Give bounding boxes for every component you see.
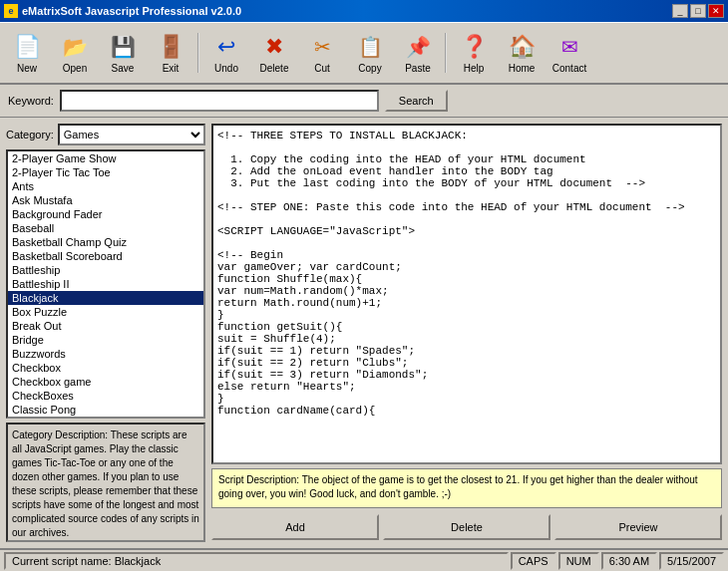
cut-button[interactable]: ✂ Cut xyxy=(299,26,345,80)
home-button[interactable]: 🏠 Home xyxy=(499,26,545,80)
copy-icon: 📋 xyxy=(356,33,384,61)
category-label: Category: xyxy=(6,129,54,141)
cut-icon: ✂ xyxy=(308,33,336,61)
title-bar-left: e eMatrixSoft Javascript Professional v2… xyxy=(4,4,241,18)
category-row: Category: GamesFormsUtilitiesNavigationE… xyxy=(6,124,205,145)
new-button[interactable]: 📄 New xyxy=(4,26,50,80)
keyword-label: Keyword: xyxy=(8,95,54,107)
right-panel: Script Description: The object of the ga… xyxy=(211,124,722,542)
exit-icon: 🚪 xyxy=(157,33,184,61)
maximize-button[interactable]: □ xyxy=(690,4,706,18)
help-icon: ❓ xyxy=(460,33,488,61)
exit-label: Exit xyxy=(163,63,180,74)
minimize-button[interactable]: _ xyxy=(672,4,688,18)
toolbar-separator-1 xyxy=(197,33,199,73)
exit-button[interactable]: 🚪 Exit xyxy=(148,26,193,80)
list-item[interactable]: Battleship II xyxy=(8,277,203,291)
new-icon: 📄 xyxy=(13,33,41,61)
content-area: Category: GamesFormsUtilitiesNavigationE… xyxy=(0,118,728,548)
help-button[interactable]: ❓ Help xyxy=(451,26,497,80)
copy-button[interactable]: 📋 Copy xyxy=(347,26,393,80)
list-item[interactable]: Checkbox xyxy=(8,361,203,375)
paste-button[interactable]: 📌 Paste xyxy=(395,26,441,80)
category-select[interactable]: GamesFormsUtilitiesNavigationEffects xyxy=(58,124,205,145)
undo-label: Undo xyxy=(214,63,238,74)
open-icon: 📂 xyxy=(61,33,89,61)
status-current-script: Current script name: Blackjack xyxy=(4,552,509,570)
delete-script-button[interactable]: Delete xyxy=(383,514,550,540)
status-time: 6:30 AM xyxy=(601,552,657,570)
list-item[interactable]: 2-Player Game Show xyxy=(8,151,203,165)
search-input[interactable] xyxy=(60,90,379,112)
action-buttons: Add Delete Preview xyxy=(211,512,722,542)
list-item[interactable]: Background Fader xyxy=(8,207,203,221)
script-list[interactable]: 2-Player Game Show2-Player Tic Tac ToeAn… xyxy=(6,149,205,419)
search-button[interactable]: Search xyxy=(385,90,448,112)
search-bar: Keyword: Search xyxy=(0,85,728,118)
left-panel: Category: GamesFormsUtilitiesNavigationE… xyxy=(6,124,205,542)
copy-label: Copy xyxy=(358,63,381,74)
list-item[interactable]: 2-Player Tic Tac Toe xyxy=(8,165,203,179)
new-label: New xyxy=(17,63,37,74)
list-item[interactable]: Basketball Champ Quiz xyxy=(8,235,203,249)
paste-icon: 📌 xyxy=(404,33,432,61)
list-item[interactable]: Bridge xyxy=(8,333,203,347)
list-item[interactable]: Ants xyxy=(8,179,203,193)
close-button[interactable]: ✕ xyxy=(708,4,724,18)
delete-icon: ✖ xyxy=(260,33,288,61)
paste-label: Paste xyxy=(405,63,431,74)
delete-label: Delete xyxy=(260,63,289,74)
list-item[interactable]: Break Out xyxy=(8,319,203,333)
status-num: NUM xyxy=(558,552,599,570)
list-item[interactable]: Box Puzzle xyxy=(8,305,203,319)
list-item[interactable]: Buzzwords xyxy=(8,347,203,361)
list-item[interactable]: Battleship xyxy=(8,263,203,277)
list-item[interactable]: Baseball xyxy=(8,221,203,235)
preview-button[interactable]: Preview xyxy=(554,514,722,540)
list-item[interactable]: CheckBoxes xyxy=(8,389,203,403)
script-description: Script Description: The object of the ga… xyxy=(211,468,722,508)
app-title: eMatrixSoft Javascript Professional v2.0… xyxy=(22,5,241,17)
code-editor[interactable] xyxy=(213,126,720,462)
list-item[interactable]: Basketball Scoreboard xyxy=(8,249,203,263)
undo-button[interactable]: ↩ Undo xyxy=(203,26,249,80)
contact-icon: ✉ xyxy=(555,33,583,61)
open-label: Open xyxy=(63,63,87,74)
title-bar-controls[interactable]: _ □ ✕ xyxy=(672,4,724,18)
home-icon: 🏠 xyxy=(508,33,536,61)
toolbar-separator-2 xyxy=(445,33,447,73)
list-item[interactable]: Classic Pong xyxy=(8,403,203,417)
open-button[interactable]: 📂 Open xyxy=(52,26,98,80)
help-label: Help xyxy=(464,63,485,74)
status-date: 5/15/2007 xyxy=(659,552,724,570)
app-icon: e xyxy=(4,4,18,18)
contact-button[interactable]: ✉ Contact xyxy=(546,26,592,80)
list-item[interactable]: Checkbox game xyxy=(8,375,203,389)
undo-icon: ↩ xyxy=(212,33,240,61)
category-description: Category Description: These scripts are … xyxy=(6,423,205,542)
status-caps: CAPS xyxy=(511,552,556,570)
title-bar: e eMatrixSoft Javascript Professional v2… xyxy=(0,0,728,22)
code-area-container xyxy=(211,124,722,464)
save-icon: 💾 xyxy=(109,33,137,61)
toolbar: 📄 New 📂 Open 💾 Save 🚪 Exit ↩ Undo ✖ Dele… xyxy=(0,22,728,85)
contact-label: Contact xyxy=(552,63,586,74)
status-bar: Current script name: Blackjack CAPS NUM … xyxy=(0,548,728,571)
cut-label: Cut xyxy=(314,63,330,74)
save-label: Save xyxy=(112,63,135,74)
add-button[interactable]: Add xyxy=(211,514,379,540)
home-label: Home xyxy=(509,63,536,74)
save-button[interactable]: 💾 Save xyxy=(100,26,146,80)
list-item[interactable]: Blackjack xyxy=(8,291,203,305)
list-item[interactable]: Ask Mustafa xyxy=(8,193,203,207)
delete-button[interactable]: ✖ Delete xyxy=(251,26,297,80)
